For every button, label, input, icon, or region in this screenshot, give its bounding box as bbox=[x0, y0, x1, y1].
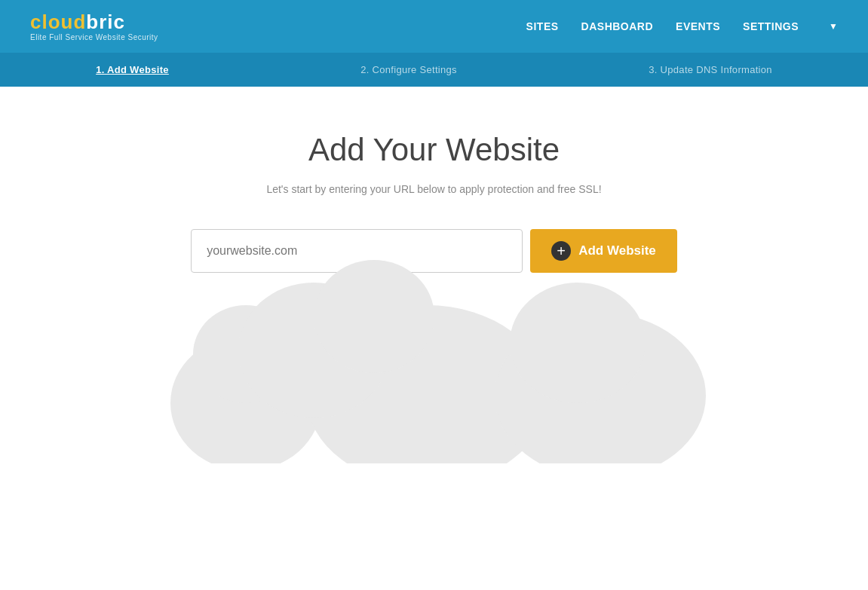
main-nav: SITES DASHBOARD EVENTS SETTINGS ▼ bbox=[526, 20, 838, 32]
main-content: Add Your Website Let's start by entering… bbox=[0, 87, 868, 463]
step-1[interactable]: 1. Add Website bbox=[96, 64, 169, 75]
add-website-button[interactable]: + Add Website bbox=[530, 229, 677, 273]
nav-item-sites[interactable]: SITES bbox=[526, 20, 559, 32]
cloud-shape bbox=[314, 260, 434, 373]
nav-item-dashboard[interactable]: DASHBOARD bbox=[581, 20, 654, 32]
page-subtitle: Let's start by entering your URL below t… bbox=[266, 183, 601, 195]
input-row: + Add Website bbox=[191, 229, 677, 273]
logo-tagline: Elite Full Service Website Security bbox=[30, 33, 158, 41]
cloud-shape bbox=[306, 305, 547, 463]
nav-dropdown-icon[interactable]: ▼ bbox=[829, 21, 838, 32]
logo-part1: cloud bbox=[30, 11, 86, 33]
step-bar: 1. Add Website 2. Configure Settings 3. … bbox=[0, 53, 868, 87]
header: cloudbric Elite Full Service Website Sec… bbox=[0, 0, 868, 53]
logo: cloudbric Elite Full Service Website Sec… bbox=[30, 12, 158, 41]
cloud-shape bbox=[170, 335, 321, 463]
cloud-shape bbox=[238, 283, 389, 418]
step-2: 2. Configure Settings bbox=[360, 64, 457, 75]
nav-item-settings[interactable]: SETTINGS bbox=[743, 20, 799, 32]
logo-part2: bric bbox=[86, 11, 125, 33]
add-button-label: Add Website bbox=[578, 243, 656, 258]
page-title: Add Your Website bbox=[308, 132, 560, 168]
website-url-input[interactable] bbox=[191, 229, 523, 273]
step-3: 3. Update DNS Information bbox=[649, 64, 772, 75]
cloud-shape bbox=[495, 313, 706, 463]
nav-item-events[interactable]: EVENTS bbox=[676, 20, 720, 32]
cloud-shape bbox=[510, 283, 646, 403]
logo-text: cloudbric bbox=[30, 12, 158, 32]
plus-icon: + bbox=[551, 241, 571, 261]
cloud-shape bbox=[193, 305, 299, 403]
